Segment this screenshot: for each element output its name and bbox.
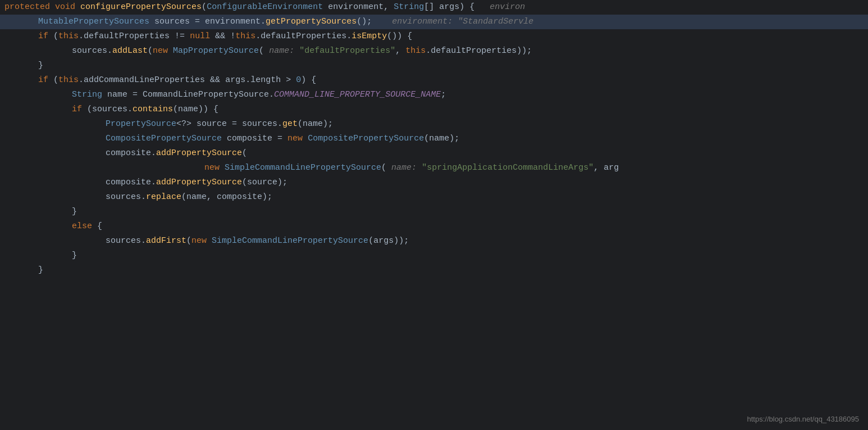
- code-line-19: }: [0, 263, 868, 278]
- code-line-14: sources. replace (name, composite);: [0, 190, 868, 205]
- code-line-6: if ( this .addCommandLineProperties && a…: [0, 73, 868, 88]
- code-line-2: MutablePropertySources sources = environ…: [0, 15, 868, 29]
- keyword-void: void: [55, 1, 75, 14]
- code-line-3: if ( this . defaultProperties != null &&…: [0, 29, 868, 44]
- code-line-15: }: [0, 205, 868, 219]
- code-line-1: protected void configurePropertySources …: [0, 0, 868, 15]
- code-line-13: composite. addPropertySource (source);: [0, 175, 868, 190]
- keyword-protected: protected: [4, 1, 50, 14]
- watermark: https://blog.csdn.net/qq_43186095: [747, 414, 860, 426]
- code-line-18: }: [0, 248, 868, 263]
- code-line-7: String name = CommandLinePropertySource.…: [0, 88, 868, 102]
- code-line-12: new SimpleCommandLinePropertySource ( na…: [0, 161, 868, 175]
- code-line-17: sources. addFirst ( new SimpleCommandLin…: [0, 234, 868, 248]
- method-name: configurePropertySources: [80, 1, 202, 14]
- code-line-10: CompositePropertySource composite = new …: [0, 132, 868, 146]
- code-line-5: }: [0, 58, 868, 73]
- code-line-16: else {: [0, 219, 868, 234]
- code-line-4: sources. addLast ( new MapPropertySource…: [0, 44, 868, 58]
- code-line-11: composite. addPropertySource (: [0, 146, 868, 161]
- code-line-9: PropertySource <?> source = sources. get…: [0, 117, 868, 132]
- code-editor: protected void configurePropertySources …: [0, 0, 868, 430]
- code-line-8: if (sources. contains (name)) {: [0, 102, 868, 117]
